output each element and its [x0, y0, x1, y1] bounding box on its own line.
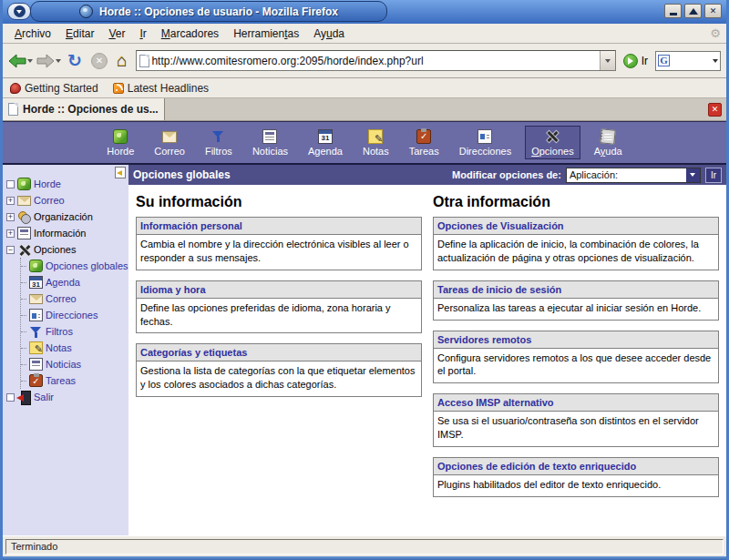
pref-card-description: Configura servidores remotos a los que d… [434, 349, 718, 383]
tree-expander[interactable] [6, 393, 15, 402]
url-dropdown-button[interactable] [600, 51, 615, 70]
window-title: Horde :: Opciones de usuario - Mozilla F… [99, 5, 338, 18]
tree-label[interactable]: Horde [34, 178, 61, 189]
menu-ir[interactable]: Ir [133, 25, 152, 42]
app-noticias[interactable]: Noticias [246, 126, 294, 159]
pref-link[interactable]: Opciones de Visualización [437, 220, 564, 231]
tree-label[interactable]: Agenda [46, 277, 80, 288]
tab-horde[interactable]: Horde :: Opciones de us... [3, 98, 165, 120]
close-button[interactable]: ✕ [704, 4, 722, 18]
tree-label[interactable]: Correo [34, 195, 65, 206]
title-pill: Horde :: Opciones de usuario - Mozilla F… [30, 1, 387, 22]
pref-card: Opciones de VisualizaciónDefine la aplic… [433, 217, 719, 270]
column-heading: Su información [136, 194, 422, 210]
tab-page-icon [8, 103, 18, 116]
tree-expander[interactable]: + [6, 229, 15, 238]
tree-label[interactable]: Filtros [46, 326, 73, 337]
pref-card-title[interactable]: Acceso IMSP alternativo [434, 394, 718, 412]
tree-expander[interactable]: + [6, 213, 15, 221]
pref-link[interactable]: Categorías y etiquetas [140, 347, 247, 358]
tree-label[interactable]: Notas [46, 342, 72, 353]
url-input[interactable] [149, 55, 599, 67]
sidebar-item-salir[interactable]: Salir [6, 389, 128, 405]
pref-link[interactable]: Información personal [140, 220, 242, 231]
search-box[interactable]: G [655, 51, 721, 71]
select-dropdown-button[interactable] [686, 168, 700, 182]
tree-label[interactable]: Salir [34, 392, 54, 402]
pref-link[interactable]: Idioma y hora [140, 284, 206, 295]
back-history-caret[interactable] [27, 59, 33, 63]
pref-link[interactable]: Acceso IMSP alternativo [437, 397, 554, 408]
bookmark-getting-started[interactable]: Getting Started [10, 82, 98, 95]
app-ayuda[interactable]: Ayuda [588, 126, 629, 159]
minimize-button[interactable] [664, 4, 682, 18]
menu-marcadores[interactable]: Marcadores [155, 25, 225, 42]
app-direcciones[interactable]: Direcciones [453, 126, 518, 159]
forward-button[interactable] [36, 54, 61, 68]
stop-button[interactable]: ✕ [91, 53, 108, 69]
sidebar-item-horde[interactable]: Horde [6, 176, 128, 192]
header-go-button[interactable]: Ir [705, 168, 722, 183]
bookmark-label: Getting Started [25, 82, 98, 95]
app-notas[interactable]: Notas [356, 126, 395, 159]
app-tareas[interactable]: Tareas [403, 126, 446, 159]
tree-label[interactable]: Tareas [46, 375, 76, 386]
tree-label[interactable]: Opciones globales [46, 260, 128, 271]
sidebar-item-filtros[interactable]: Filtros [21, 323, 128, 340]
sidebar-collapse-icon[interactable] [115, 167, 126, 178]
maximize-button[interactable] [684, 4, 702, 18]
app-filtros[interactable]: Filtros [199, 126, 239, 159]
tab-close-button[interactable]: ✕ [708, 103, 722, 117]
menu-archivo[interactable]: Archivo [8, 25, 57, 42]
pref-card-title[interactable]: Opciones de Visualización [434, 218, 718, 235]
sidebar-item-agenda[interactable]: Agenda [21, 274, 128, 290]
search-input[interactable] [672, 54, 711, 67]
search-engine-caret[interactable] [713, 59, 718, 63]
pref-card-description: Define la aplicación de inicio, la combi… [434, 235, 718, 270]
tree-expander[interactable]: + [6, 197, 15, 205]
go-button[interactable]: Ir [620, 54, 652, 68]
sidebar-item-opciones-globales[interactable]: Opciones globales [21, 258, 128, 274]
menu-ver[interactable]: Ver [102, 25, 131, 42]
sidebar-item-organización[interactable]: +Organización [6, 209, 128, 225]
url-bar[interactable] [136, 50, 615, 71]
sidebar-item-direcciones[interactable]: Direcciones [21, 307, 128, 323]
pref-card-title[interactable]: Tareas de inicio de sesión [434, 281, 718, 299]
tree-expander[interactable]: − [6, 246, 15, 254]
app-opciones[interactable]: Opciones [525, 126, 580, 159]
pref-card-title[interactable]: Información personal [137, 218, 421, 235]
menu-ayuda[interactable]: Ayuda [307, 25, 351, 42]
bookmark-latest-headlines[interactable]: Latest Headlines [113, 82, 209, 95]
app-agenda[interactable]: Agenda [302, 126, 349, 159]
sidebar-item-noticias[interactable]: Noticias [21, 356, 128, 372]
sidebar-tree: Horde+Correo+Organización+Información−Op… [3, 176, 128, 405]
pref-link[interactable]: Opciones de edición de texto enriquecido [437, 461, 636, 472]
pref-card-title[interactable]: Categorías y etiquetas [137, 344, 421, 361]
go-label: Ir [642, 55, 648, 67]
application-select[interactable]: Aplicación: [566, 168, 701, 183]
menu-editar[interactable]: Editar [59, 25, 100, 42]
menu-herramientas[interactable]: Herramientas [227, 25, 305, 42]
reload-button[interactable]: ↻ [65, 52, 85, 69]
app-horde[interactable]: Horde [100, 126, 140, 159]
sidebar-item-opciones[interactable]: −Opciones [6, 241, 128, 258]
tree-expander[interactable] [6, 180, 15, 188]
pref-link[interactable]: Tareas de inicio de sesión [437, 284, 561, 295]
pref-card-title[interactable]: Idioma y hora [137, 281, 421, 299]
forward-history-caret[interactable] [56, 59, 61, 63]
back-button[interactable] [8, 54, 33, 68]
window-menu-button[interactable] [7, 3, 31, 20]
tree-label[interactable]: Correo [46, 293, 77, 304]
sidebar-item-notas[interactable]: Notas [21, 340, 128, 356]
pref-link[interactable]: Servidores remotos [437, 334, 531, 345]
home-button[interactable]: ⌂ [114, 52, 129, 69]
sidebar-item-tareas[interactable]: Tareas [21, 372, 128, 389]
app-correo[interactable]: Correo [148, 126, 191, 159]
pref-card-title[interactable]: Opciones de edición de texto enriquecido [434, 458, 718, 475]
sidebar-item-correo[interactable]: +Correo [6, 192, 128, 209]
tree-label[interactable]: Noticias [46, 359, 81, 370]
pref-card-title[interactable]: Servidores remotos [434, 331, 718, 349]
sidebar-item-correo[interactable]: Correo [21, 290, 128, 307]
tree-label[interactable]: Direcciones [46, 310, 98, 321]
sidebar-item-información[interactable]: +Información [6, 225, 128, 241]
